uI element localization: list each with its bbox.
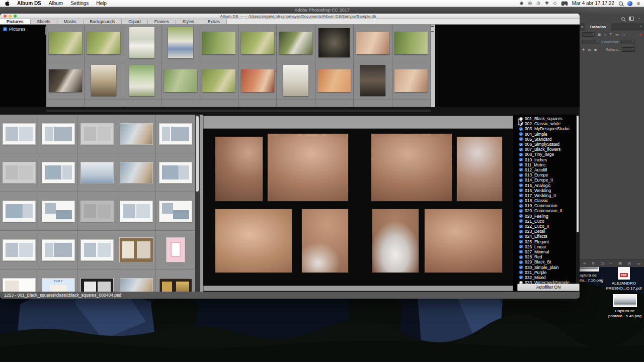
style-checkbox[interactable]: ✓ xyxy=(519,240,523,243)
photo-thumbnail[interactable] xyxy=(317,69,351,92)
style-item[interactable]: ✓028_Red xyxy=(517,254,576,259)
style-checkbox[interactable]: ✓ xyxy=(519,173,523,177)
preview-photo-face-large[interactable] xyxy=(215,209,292,273)
style-checkbox[interactable]: ✓ xyxy=(519,230,523,233)
pixel-filter-icon[interactable]: ▦ xyxy=(598,33,601,37)
filter-toggle-icon[interactable] xyxy=(639,34,641,36)
style-item[interactable]: ✓017_Wedding_II xyxy=(517,193,576,198)
pictures-checkbox[interactable]: ✓ xyxy=(3,27,7,31)
tab-pictures[interactable]: Pictures xyxy=(0,19,31,24)
sheet-cell[interactable] xyxy=(39,192,78,231)
lens-icon[interactable]: ◎ xyxy=(528,0,532,7)
style-checkbox[interactable]: ✓ xyxy=(519,235,523,238)
picture-cell[interactable] xyxy=(277,61,315,100)
desktop-icon[interactable]: PDFALEJANDROFRESNO...O 17.pdf xyxy=(606,264,642,291)
style-checkbox[interactable]: ✓ xyxy=(519,204,523,208)
blend-mode-dropdown[interactable] xyxy=(582,40,599,44)
picture-cell[interactable] xyxy=(392,100,431,107)
style-item[interactable]: ✓003_MyDesignerStudio xyxy=(517,126,576,131)
notification-center-icon[interactable]: ≡ xyxy=(637,1,640,6)
adjustment-filter-icon[interactable]: ◐ xyxy=(604,33,606,37)
style-item[interactable]: ✓020_Communion_II xyxy=(517,208,576,213)
photo-thumbnail[interactable] xyxy=(91,65,116,96)
style-checkbox[interactable]: ✓ xyxy=(519,276,523,279)
mask-icon[interactable]: ▢ xyxy=(601,261,604,265)
style-item[interactable]: ✓018_Classic xyxy=(517,198,576,203)
photo-thumbnail[interactable] xyxy=(49,32,82,54)
photo-thumbnail[interactable] xyxy=(394,32,428,54)
style-item[interactable]: ✓006_SimplyStated xyxy=(517,142,576,147)
sheet-thumbnail[interactable] xyxy=(42,201,74,222)
photo-thumbnail[interactable] xyxy=(318,28,350,57)
tab-styles[interactable]: Styles xyxy=(176,19,201,24)
pictures-scrollbar[interactable] xyxy=(431,25,435,107)
tab-frames[interactable]: Frames xyxy=(148,19,176,24)
style-item[interactable]: ✓020_Feeling xyxy=(517,214,576,219)
style-item[interactable]: ✓032_Mixed xyxy=(517,275,576,280)
preview-canvas[interactable] xyxy=(203,129,513,286)
record-icon[interactable]: ◉ xyxy=(520,0,524,7)
shape-filter-icon[interactable]: ▭ xyxy=(615,33,618,37)
preview-photo-face-closeup-right[interactable] xyxy=(371,134,452,201)
style-item[interactable]: ✓019_Communion xyxy=(517,203,576,208)
style-checkbox[interactable]: ✓ xyxy=(519,137,523,141)
tab-extras[interactable]: Extras xyxy=(201,19,227,24)
tab-clipart[interactable]: Clipart xyxy=(122,19,148,24)
picture-cell[interactable] xyxy=(277,25,315,61)
preview-photo-face-closeup[interactable] xyxy=(268,134,348,201)
style-checkbox[interactable]: ✓ xyxy=(519,153,523,156)
preview-photo-bride-profile[interactable] xyxy=(215,137,263,201)
style-checkbox[interactable]: ✓ xyxy=(519,194,523,197)
photo-thumbnail[interactable] xyxy=(202,69,235,92)
photo-thumbnail[interactable] xyxy=(283,65,308,96)
style-item[interactable]: ✓014_Europe_II xyxy=(517,177,576,183)
menu-item-album[interactable]: Album xyxy=(49,1,63,6)
style-checkbox[interactable]: ✓ xyxy=(519,219,523,223)
style-checkbox[interactable]: ✓ xyxy=(519,163,523,166)
style-item[interactable]: ✓004_Simple xyxy=(517,132,576,137)
picture-cell[interactable] xyxy=(354,25,392,61)
sheet-cell[interactable] xyxy=(156,231,195,269)
sheet-thumbnail[interactable] xyxy=(81,124,113,144)
preview-photo-veil-portrait[interactable] xyxy=(457,137,502,201)
picture-cell[interactable] xyxy=(238,100,277,107)
picture-cell[interactable] xyxy=(238,61,277,100)
photo-thumbnail[interactable] xyxy=(241,69,274,92)
style-item[interactable]: ✓002_Classic_white xyxy=(517,121,576,126)
tab-backgrounds[interactable]: Backgrounds xyxy=(84,19,122,24)
style-item[interactable]: ✓010_Inches xyxy=(517,157,576,162)
menu-app-name[interactable]: Album DS xyxy=(17,1,41,6)
lock-all-icon[interactable]: ▣ xyxy=(594,48,597,52)
sheet-thumbnail[interactable] xyxy=(120,201,152,222)
airplay-icon[interactable] xyxy=(561,2,568,6)
filter-type-dropdown[interactable] xyxy=(582,32,595,37)
group-icon[interactable]: ▤ xyxy=(618,261,622,265)
style-checkbox[interactable]: ✓ xyxy=(519,143,523,146)
picture-cell[interactable] xyxy=(315,25,354,61)
sheet-thumbnail[interactable]: BABY xyxy=(42,279,74,292)
desktop-icon[interactable]: Captura depantalla...5.45.png xyxy=(606,294,644,319)
sheet-cell[interactable] xyxy=(117,115,156,153)
style-item[interactable]: ✓031_Purple xyxy=(517,270,576,275)
style-checkbox[interactable]: ✓ xyxy=(519,184,523,187)
photo-thumbnail[interactable] xyxy=(356,32,389,54)
preview-photo-dress-portrait[interactable] xyxy=(372,209,419,273)
picture-cell[interactable] xyxy=(354,61,392,100)
delete-icon[interactable]: ▭ xyxy=(637,261,640,265)
sheet-thumbnail[interactable] xyxy=(81,201,113,222)
style-checkbox[interactable]: ✓ xyxy=(519,132,523,136)
style-item[interactable]: ✓027_Minimal xyxy=(517,249,576,254)
photo-thumbnail[interactable] xyxy=(241,32,274,54)
window-title-bar[interactable]: Album DS ------ /Users/alejandrofresnome… xyxy=(0,14,580,19)
lock-position-icon[interactable]: ▨ xyxy=(588,48,591,52)
adjustment-icon[interactable]: ◐ xyxy=(610,261,612,265)
sheet-cell[interactable] xyxy=(78,192,117,231)
menu-item-settings[interactable]: Settings xyxy=(70,1,89,6)
apple-menu-icon[interactable] xyxy=(5,1,10,6)
picture-cell[interactable] xyxy=(200,61,238,100)
style-checkbox[interactable]: ✓ xyxy=(519,270,523,274)
sheet-thumbnail[interactable] xyxy=(81,162,113,183)
style-item[interactable]: ✓024_Effects xyxy=(517,234,576,239)
sheet-cell[interactable] xyxy=(39,115,78,153)
style-item[interactable]: ✓015_Analogic xyxy=(517,183,576,188)
